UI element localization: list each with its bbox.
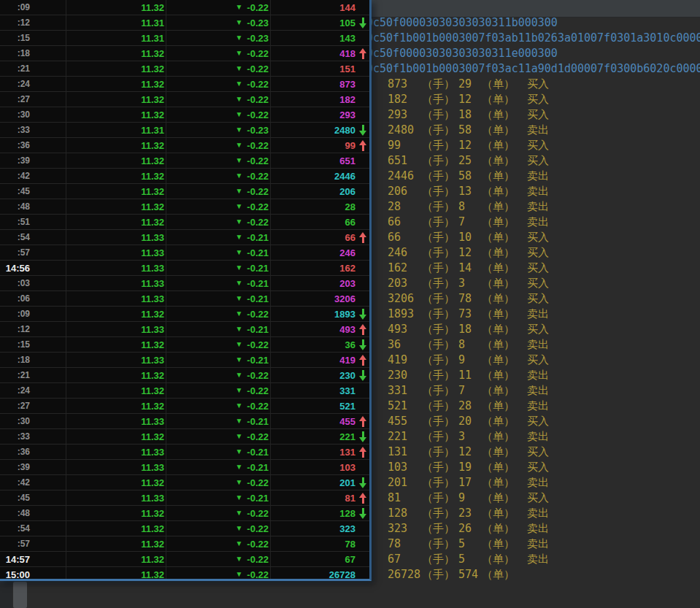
table-row[interactable]: 14:57 11.32 ▼ -0.22 67 xyxy=(0,552,369,567)
table-row[interactable]: :54 11.33 ▼ -0.21 66 xyxy=(0,230,369,245)
table-row[interactable]: :09 11.32 ▼ -0.22 1893 xyxy=(0,307,369,322)
orders-label: （单） xyxy=(482,184,515,199)
table-row[interactable]: :03 11.33 ▼ -0.21 203 xyxy=(0,276,369,291)
tick-change: ▼ -0.21 xyxy=(166,414,271,428)
tick-volume: 873 xyxy=(271,77,356,91)
table-row[interactable]: :30 11.33 ▼ -0.21 455 xyxy=(0,414,369,429)
tick-volume: 331 xyxy=(271,383,356,398)
table-row[interactable]: :51 11.32 ▼ -0.22 66 xyxy=(0,215,369,230)
table-row[interactable]: :45 11.32 ▼ -0.22 206 xyxy=(0,184,369,199)
down-triangle-icon: ▼ xyxy=(235,34,242,42)
table-row[interactable]: :36 11.32 ▼ -0.22 99 xyxy=(0,138,369,153)
table-row[interactable]: :57 11.32 ▼ -0.22 78 xyxy=(0,536,369,552)
tick-time: :33 xyxy=(0,123,66,137)
table-row[interactable]: :54 11.32 ▼ -0.22 323 xyxy=(0,521,369,536)
lots-label: （手） xyxy=(422,475,455,490)
table-row[interactable]: :27 11.32 ▼ -0.22 182 xyxy=(0,92,369,107)
tick-direction-cell xyxy=(356,46,369,61)
down-triangle-icon: ▼ xyxy=(235,80,242,88)
tick-price: 11.32 xyxy=(66,307,166,321)
tick-change: ▼ -0.22 xyxy=(166,169,271,183)
tick-time: :45 xyxy=(0,184,66,199)
table-row[interactable]: :39 11.32 ▼ -0.22 651 xyxy=(0,153,369,169)
tick-direction-cell xyxy=(356,199,369,214)
table-row[interactable]: :27 11.32 ▼ -0.22 521 xyxy=(0,399,369,414)
tick-volume: 323 xyxy=(271,521,356,536)
table-row[interactable]: :36 11.33 ▼ -0.21 131 xyxy=(0,445,369,460)
tick-change-value: -0.21 xyxy=(247,447,269,458)
trade-volume: 66 xyxy=(388,230,401,245)
lots-label: （手） xyxy=(422,107,455,123)
trade-count: 7 xyxy=(458,383,465,399)
table-row[interactable]: :15 11.32 ▼ -0.22 36 xyxy=(0,337,369,353)
tick-volume: 293 xyxy=(271,107,356,122)
tick-time: :09 xyxy=(0,307,66,321)
trade-direction: 卖出 xyxy=(527,399,549,414)
tick-direction-cell xyxy=(356,291,369,306)
table-row[interactable]: :21 11.32 ▼ -0.22 151 xyxy=(0,61,369,77)
scrollbar-thumb[interactable] xyxy=(13,582,27,608)
down-arrow-icon xyxy=(359,431,367,442)
trade-volume: 28 xyxy=(388,199,401,215)
table-row[interactable]: :12 11.31 ▼ -0.23 105 xyxy=(0,15,369,31)
table-row[interactable]: :48 11.32 ▼ -0.22 28 xyxy=(0,199,369,215)
orders-label: （单） xyxy=(482,567,515,582)
tick-time: :18 xyxy=(0,353,66,367)
tick-change: ▼ -0.22 xyxy=(166,506,271,520)
tick-price: 11.32 xyxy=(66,184,166,199)
table-row[interactable]: :21 11.32 ▼ -0.22 230 xyxy=(0,368,369,383)
table-row[interactable]: :42 11.32 ▼ -0.22 2446 xyxy=(0,169,369,184)
orders-label: （单） xyxy=(482,261,515,276)
table-row[interactable]: :33 11.31 ▼ -0.23 2480 xyxy=(0,123,369,138)
tick-time: :12 xyxy=(0,15,66,30)
table-row[interactable]: :45 11.33 ▼ -0.21 81 xyxy=(0,490,369,506)
tick-change: ▼ -0.22 xyxy=(166,107,271,122)
lots-label: （手） xyxy=(422,184,455,199)
table-row[interactable]: :42 11.32 ▼ -0.22 201 xyxy=(0,475,369,490)
down-triangle-icon: ▼ xyxy=(235,157,242,164)
tick-time: :06 xyxy=(0,291,66,306)
trade-volume: 66 xyxy=(388,215,401,230)
down-arrow-icon xyxy=(359,477,367,488)
tick-time: :36 xyxy=(0,138,66,153)
tick-price: 11.32 xyxy=(66,521,166,536)
tick-volume: 81 xyxy=(271,490,356,505)
table-row[interactable]: :06 11.33 ▼ -0.21 3206 xyxy=(0,291,369,307)
tick-volume: 78 xyxy=(271,536,356,551)
orders-label: （单） xyxy=(482,506,515,521)
table-row[interactable]: :39 11.33 ▼ -0.21 103 xyxy=(0,460,369,475)
tick-direction-cell xyxy=(356,536,369,551)
table-row[interactable]: :18 11.32 ▼ -0.22 418 xyxy=(0,46,369,61)
table-row[interactable]: :18 11.33 ▼ -0.21 419 xyxy=(0,353,369,368)
hex-log-text: 0c50f00003030303030311e000300 xyxy=(366,46,558,61)
tick-direction-cell xyxy=(356,460,369,474)
tick-price: 11.32 xyxy=(66,46,166,61)
lots-label: （手） xyxy=(422,215,455,230)
table-row[interactable]: :48 11.32 ▼ -0.22 128 xyxy=(0,506,369,521)
table-row[interactable]: :24 11.32 ▼ -0.22 331 xyxy=(0,383,369,399)
table-row[interactable]: :12 11.33 ▼ -0.21 493 xyxy=(0,322,369,337)
table-row[interactable]: :30 11.32 ▼ -0.22 293 xyxy=(0,107,369,123)
trade-count: 8 xyxy=(458,199,465,215)
table-row[interactable]: 15:00 11.32 ▼ -0.22 26728 xyxy=(0,567,369,581)
down-triangle-icon: ▼ xyxy=(235,295,242,302)
down-triangle-icon: ▼ xyxy=(235,494,242,501)
trade-volume: 2446 xyxy=(388,169,414,184)
table-row[interactable]: :09 11.32 ▼ -0.22 144 xyxy=(0,0,369,15)
tick-change: ▼ -0.21 xyxy=(166,245,271,260)
table-row[interactable]: :15 11.31 ▼ -0.23 143 xyxy=(0,31,369,46)
tick-direction-cell xyxy=(356,552,369,566)
table-row[interactable]: 14:56 11.33 ▼ -0.21 162 xyxy=(0,261,369,276)
tick-time: :24 xyxy=(0,77,66,91)
table-row[interactable]: :24 11.32 ▼ -0.22 873 xyxy=(0,77,369,92)
tick-price: 11.32 xyxy=(66,199,166,214)
tick-change-value: -0.23 xyxy=(247,33,269,44)
trade-volume: 293 xyxy=(388,107,407,123)
tick-change-value: -0.22 xyxy=(247,94,269,105)
table-row[interactable]: :57 11.33 ▼ -0.21 246 xyxy=(0,245,369,261)
down-triangle-icon: ▼ xyxy=(235,540,242,547)
tick-price: 11.31 xyxy=(66,123,166,137)
tick-volume: 1893 xyxy=(271,307,356,321)
table-row[interactable]: :33 11.32 ▼ -0.22 221 xyxy=(0,429,369,445)
down-triangle-icon: ▼ xyxy=(235,126,242,134)
